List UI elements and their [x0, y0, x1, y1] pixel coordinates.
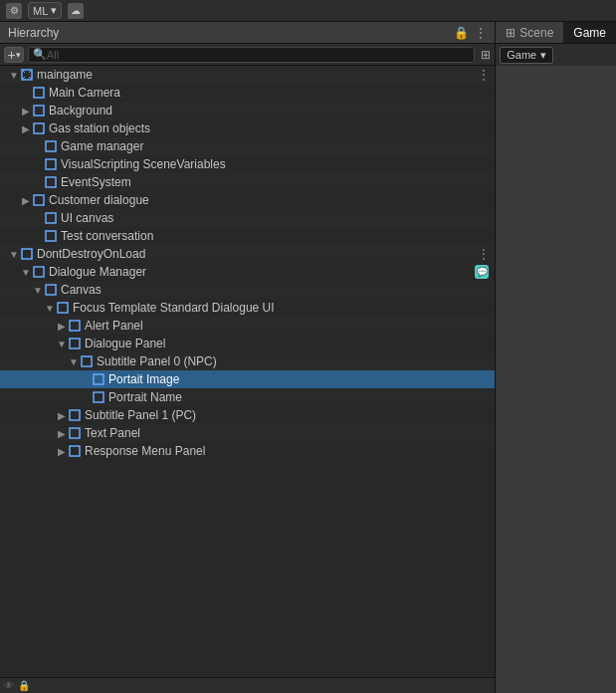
ml-label: ML	[33, 5, 48, 17]
tree-arrow-text-panel[interactable]	[56, 428, 68, 439]
tree-item-subtitle-1[interactable]: Subtitle Panel 1 (PC)	[0, 406, 495, 424]
tree-arrow-maingame[interactable]	[8, 70, 20, 81]
tree-item-game-manager[interactable]: Game manager	[0, 137, 495, 155]
tree-label-portrait-name: Portrait Name	[108, 390, 182, 404]
cube-icon-portait-image	[92, 372, 105, 386]
cube-icon-dialogue-manager	[32, 265, 46, 279]
tree-item-alert-panel[interactable]: Alert Panel	[0, 317, 495, 335]
tree-item-main-camera[interactable]: Main Camera	[0, 84, 495, 102]
search-placeholder: All	[47, 49, 59, 61]
tree-item-test-conversation[interactable]: Test conversation	[0, 227, 495, 245]
tree-item-canvas[interactable]: Canvas	[0, 281, 495, 299]
game-tab-label: Game	[573, 26, 606, 40]
tree-arrow-gas-station[interactable]	[20, 123, 32, 134]
cube-icon-visual-scripting	[44, 157, 58, 171]
svg-rect-7	[34, 123, 44, 133]
tree-label-event-system: EventSystem	[61, 175, 131, 189]
tree-arrow-response-menu[interactable]	[56, 446, 68, 457]
tab-game[interactable]: Game	[563, 22, 616, 43]
hierarchy-title: Hierarchy	[8, 26, 59, 40]
svg-rect-18	[70, 321, 80, 331]
tree-arrow-canvas[interactable]	[32, 285, 44, 296]
ml-dropdown[interactable]: ML ▾	[28, 2, 62, 19]
tree-item-gas-station[interactable]: Gas station objects	[0, 119, 495, 137]
tree-item-portrait-name[interactable]: Portrait Name	[0, 388, 495, 406]
add-button[interactable]: +▾	[4, 47, 24, 63]
svg-rect-12	[46, 213, 56, 223]
tree-item-event-system[interactable]: EventSystem	[0, 173, 495, 191]
tree-arrow-subtitle-1[interactable]	[56, 410, 68, 421]
tree-item-text-panel[interactable]: Text Panel	[0, 424, 495, 442]
tree-item-maingame[interactable]: maingame ⋮	[0, 66, 495, 84]
tree-arrow-background[interactable]	[20, 106, 32, 116]
game-dropdown[interactable]: Game ▾	[500, 47, 553, 64]
more-icon[interactable]: ⋮	[475, 26, 487, 40]
cube-icon-maingame	[20, 68, 34, 82]
cube-icon-dialogue-panel	[68, 337, 82, 350]
tree-item-ui-canvas[interactable]: UI canvas	[0, 209, 495, 227]
tree-label-test-conversation: Test conversation	[61, 229, 153, 243]
svg-rect-8	[46, 141, 56, 151]
right-panel: ⊞ Scene Game Game ▾	[496, 22, 616, 693]
cube-icon-portrait-name	[92, 390, 105, 404]
search-box[interactable]: 🔍 All	[28, 47, 475, 63]
scene-tabs: ⊞ Scene Game	[496, 22, 616, 44]
tree-label-canvas: Canvas	[61, 283, 102, 297]
eye-icon: 👁	[4, 680, 14, 691]
tree-item-dialogue-manager[interactable]: Dialogue Manager 💬	[0, 263, 495, 281]
hierarchy-header: Hierarchy 🔒 ⋮	[0, 22, 495, 44]
cube-icon-ui-canvas	[44, 211, 58, 225]
tree-item-response-menu[interactable]: Response Menu Panel	[0, 442, 495, 460]
tree-arrow-dialogue-panel[interactable]	[56, 339, 68, 349]
tree-arrow-customer-dialogue[interactable]	[20, 195, 32, 206]
hierarchy-header-icons: 🔒 ⋮	[454, 26, 487, 40]
svg-rect-5	[34, 88, 44, 98]
main-layout: Hierarchy 🔒 ⋮ +▾ 🔍 All ⊞ maingame ⋮	[0, 22, 616, 693]
top-bar: ⚙ ML ▾ ☁	[0, 0, 616, 22]
cube-icon-main-camera	[32, 86, 46, 100]
tree-label-game-manager: Game manager	[61, 139, 143, 153]
tree-arrow-subtitle-0[interactable]	[68, 356, 80, 367]
tree-item-dont-destroy[interactable]: DontDestroyOnLoad ⋮	[0, 245, 495, 263]
cube-icon-test-conversation	[44, 229, 58, 243]
cube-icon-focus-template	[56, 301, 70, 315]
tree-label-text-panel: Text Panel	[85, 426, 140, 440]
cube-icon-dont-destroy	[20, 247, 34, 261]
lock-icon[interactable]: 🔒	[454, 26, 469, 40]
tree-arrow-dialogue-manager[interactable]	[20, 267, 32, 278]
tree-item-portait-image[interactable]: Portait Image	[0, 370, 495, 388]
cube-icon-customer-dialogue	[32, 193, 46, 207]
svg-rect-25	[70, 446, 80, 456]
cube-icon-subtitle-0	[80, 354, 94, 368]
tree-dots-maingame[interactable]: ⋮	[477, 67, 495, 83]
tree-arrow-focus-template[interactable]	[44, 303, 56, 314]
tree-item-dialogue-panel[interactable]: Dialogue Panel	[0, 335, 495, 352]
cloud-icon[interactable]: ☁	[68, 3, 84, 19]
svg-rect-11	[34, 195, 44, 205]
tree-item-background[interactable]: Background	[0, 102, 495, 119]
tree-item-visual-scripting[interactable]: VisualScripting SceneVariables	[0, 155, 495, 173]
tree-label-background: Background	[49, 104, 112, 117]
tree-arrow-alert-panel[interactable]	[56, 321, 68, 332]
search-options-icon[interactable]: ⊞	[481, 48, 491, 62]
tree-item-customer-dialogue[interactable]: Customer dialogue	[0, 191, 495, 209]
svg-rect-21	[94, 374, 103, 384]
svg-rect-16	[46, 285, 56, 295]
svg-rect-20	[82, 356, 92, 366]
cube-icon-text-panel	[68, 426, 82, 440]
scene-tab-label: Scene	[519, 26, 553, 40]
game-dropdown-label: Game	[507, 49, 536, 61]
tree-label-dont-destroy: DontDestroyOnLoad	[37, 247, 145, 261]
tree-dots-dont-destroy[interactable]: ⋮	[477, 246, 495, 262]
game-dropdown-arrow: ▾	[540, 49, 546, 62]
svg-rect-14	[22, 249, 32, 259]
tree-label-dialogue-manager: Dialogue Manager	[49, 265, 146, 279]
tab-scene[interactable]: ⊞ Scene	[496, 22, 563, 43]
tree-item-subtitle-0[interactable]: Subtitle Panel 0 (NPC)	[0, 352, 495, 370]
tree-label-response-menu: Response Menu Panel	[85, 444, 205, 458]
tree-item-focus-template[interactable]: Focus Template Standard Dialogue UI	[0, 299, 495, 317]
tree-arrow-dont-destroy[interactable]	[8, 249, 20, 260]
tree-label-subtitle-1: Subtitle Panel 1 (PC)	[85, 408, 196, 422]
cube-icon-game-manager	[44, 139, 58, 153]
tree-label-customer-dialogue: Customer dialogue	[49, 193, 149, 207]
